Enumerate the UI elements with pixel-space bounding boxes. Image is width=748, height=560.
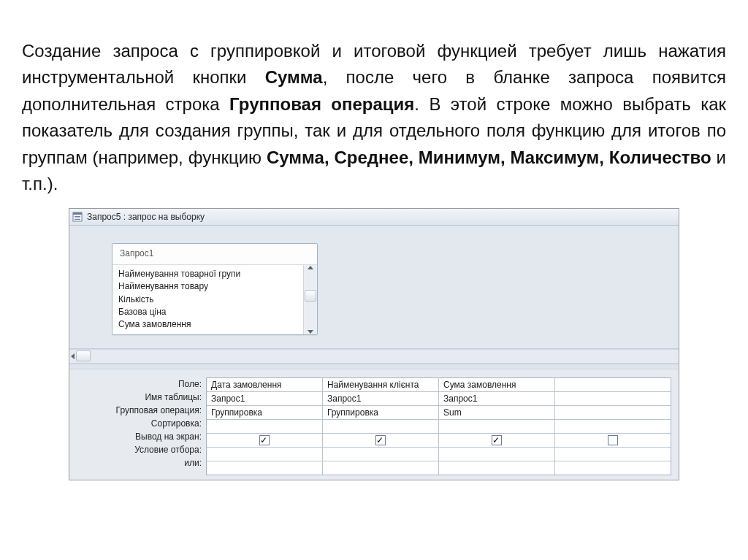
svg-rect-2 xyxy=(75,216,80,217)
svg-rect-1 xyxy=(73,212,82,215)
pane-splitter[interactable] xyxy=(69,364,679,369)
label-show: Вывод на экран: xyxy=(77,430,206,443)
grid-column[interactable]: Сума замовлення Запрос1 Sum xyxy=(439,378,555,475)
grid-columns: Дата замовлення Запрос1 Группировка Найм… xyxy=(206,377,671,475)
design-grid: Поле: Имя таблицы: Групповая операция: С… xyxy=(69,369,679,480)
cell-sort[interactable] xyxy=(439,420,554,434)
grid-column-empty[interactable] xyxy=(555,378,671,475)
window-title-bar: Запрос5 : запрос на выборку xyxy=(69,209,679,226)
label-group: Групповая операция: xyxy=(77,404,206,417)
field-list[interactable]: Запрос1 Найменування товарної групи Найм… xyxy=(112,243,318,335)
cell-show[interactable] xyxy=(555,434,671,448)
cell-sort[interactable] xyxy=(207,420,322,434)
cell-criteria[interactable] xyxy=(323,448,438,461)
label-criteria: Условие отбора: xyxy=(77,443,206,456)
cell-criteria[interactable] xyxy=(555,448,671,461)
cell-criteria[interactable] xyxy=(207,448,322,461)
cell-criteria[interactable] xyxy=(439,448,554,461)
show-checkbox[interactable] xyxy=(375,435,386,445)
grid-row-labels: Поле: Имя таблицы: Групповая операция: С… xyxy=(77,377,206,475)
cell-show[interactable] xyxy=(207,434,322,448)
scroll-thumb[interactable] xyxy=(305,290,316,302)
cell-show[interactable] xyxy=(323,434,438,448)
cell-sort[interactable] xyxy=(323,420,438,434)
grid-column[interactable]: Дата замовлення Запрос1 Группировка xyxy=(207,378,323,475)
field-list-item[interactable]: Кількість xyxy=(117,294,317,306)
cell-or[interactable] xyxy=(555,461,671,475)
field-list-title: Запрос1 xyxy=(112,244,317,265)
cell-table[interactable]: Запрос1 xyxy=(207,392,322,406)
cell-group[interactable]: Sum xyxy=(439,406,554,420)
cell-sort[interactable] xyxy=(555,420,671,434)
cell-or[interactable] xyxy=(439,461,554,475)
query-icon xyxy=(72,212,83,222)
label-table: Имя таблицы: xyxy=(77,391,206,404)
cell-field[interactable]: Дата замовлення xyxy=(207,378,322,392)
field-list-item[interactable]: Найменування товару xyxy=(117,280,317,293)
tables-pane: Запрос1 Найменування товарної групи Найм… xyxy=(69,226,679,349)
label-field: Поле: xyxy=(77,377,206,391)
svg-rect-3 xyxy=(75,218,80,218)
scroll-h-thumb[interactable] xyxy=(76,350,91,361)
cell-or[interactable] xyxy=(323,461,438,475)
explanatory-paragraph: Создание запроса с группировкой и итогов… xyxy=(22,38,726,198)
field-list-item[interactable]: Найменування товарної групи xyxy=(117,268,317,280)
cell-field[interactable]: Найменування клієнта xyxy=(323,378,438,392)
show-checkbox[interactable] xyxy=(608,435,618,445)
svg-rect-4 xyxy=(75,219,80,220)
label-or: или: xyxy=(77,456,206,469)
field-list-item[interactable]: Базова ціна xyxy=(117,306,317,318)
scroll-down-icon[interactable] xyxy=(308,330,313,334)
cell-table[interactable]: Запрос1 xyxy=(439,392,554,406)
cell-table[interactable]: Запрос1 xyxy=(323,392,438,406)
upper-h-scrollbar[interactable] xyxy=(69,349,679,364)
cell-group[interactable]: Группировка xyxy=(323,406,438,420)
cell-group[interactable] xyxy=(555,406,671,420)
show-checkbox[interactable] xyxy=(259,435,270,445)
window-title: Запрос5 : запрос на выборку xyxy=(87,212,205,222)
scroll-left-icon[interactable] xyxy=(71,353,75,359)
label-sort: Сортировка: xyxy=(77,417,206,430)
cell-or[interactable] xyxy=(207,461,322,475)
cell-field[interactable] xyxy=(555,378,671,392)
field-list-scrollbar[interactable] xyxy=(303,265,317,334)
scroll-up-icon[interactable] xyxy=(308,266,313,269)
grid-column[interactable]: Найменування клієнта Запрос1 Группировка xyxy=(323,378,439,475)
cell-field[interactable]: Сума замовлення xyxy=(439,378,554,392)
cell-group[interactable]: Группировка xyxy=(207,406,322,420)
field-list-item[interactable]: Сума замовлення xyxy=(117,318,317,331)
cell-show[interactable] xyxy=(439,434,554,448)
show-checkbox[interactable] xyxy=(492,435,502,445)
query-design-window: Запрос5 : запрос на выборку Запрос1 Найм… xyxy=(69,208,679,480)
cell-table[interactable] xyxy=(555,392,671,406)
